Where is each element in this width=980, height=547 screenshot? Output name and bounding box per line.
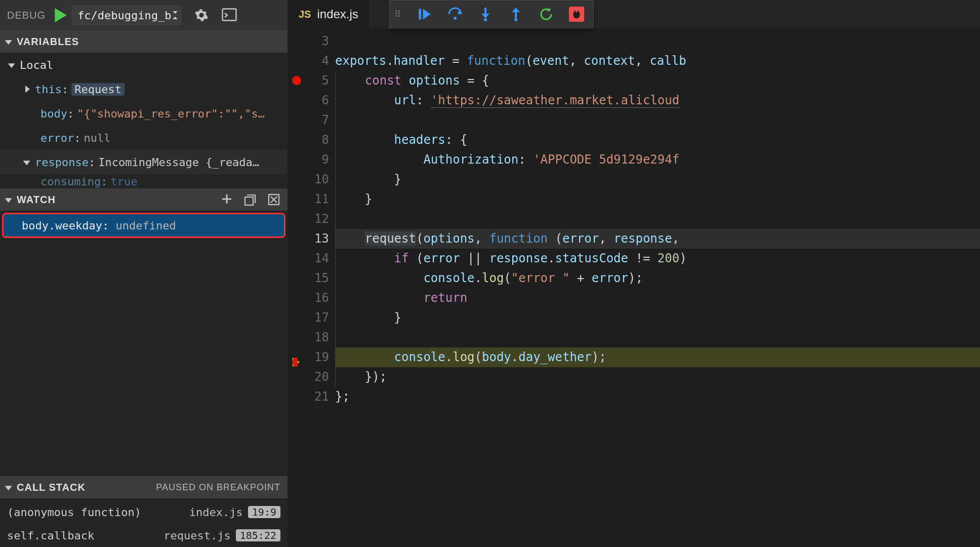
callstack-title: CALL STACK	[17, 482, 86, 493]
watch-item[interactable]: body.weekday: undefined	[2, 213, 285, 238]
step-over-icon[interactable]	[447, 7, 463, 22]
debug-title: DEBUG	[7, 10, 46, 21]
add-icon[interactable]	[221, 193, 234, 206]
variable-row[interactable]: body: "{"showapi_res_error":"","s…	[0, 101, 288, 126]
variable-row[interactable]: consuming: true	[0, 174, 288, 188]
svg-rect-11	[484, 8, 486, 15]
svg-rect-8	[419, 9, 421, 20]
svg-point-16	[514, 18, 517, 21]
chevron-down-icon	[5, 486, 12, 490]
chevron-right-icon	[25, 86, 30, 93]
svg-rect-4	[245, 197, 253, 205]
disconnect-icon[interactable]	[569, 7, 584, 22]
svg-marker-12	[481, 14, 489, 18]
watch-expression: body.weekday	[22, 219, 102, 232]
editor-tabbar: JS index.js ⠿	[288, 0, 980, 28]
svg-point-10	[454, 17, 457, 20]
variables-title: VARIABLES	[17, 36, 79, 48]
variable-row[interactable]: error: null	[0, 126, 288, 150]
continue-icon[interactable]	[417, 7, 432, 22]
svg-marker-0	[55, 8, 66, 22]
scope-label: Local	[20, 59, 53, 71]
debug-config-value: fc/debugging_b	[77, 9, 171, 22]
code-editor[interactable]: 3456789101112131415161718192021 exports.…	[288, 28, 980, 547]
watch-title: WATCH	[17, 194, 56, 206]
watch-value: undefined	[115, 219, 176, 232]
callstack-section-header[interactable]: CALL STACK PAUSED ON BREAKPOINT	[0, 476, 288, 498]
chevron-down-icon	[5, 198, 12, 203]
debug-toolbar[interactable]: ⠿	[389, 0, 594, 28]
js-file-icon: JS	[299, 9, 311, 20]
debug-header: DEBUG fc/debugging_b	[0, 0, 288, 30]
restart-icon[interactable]	[539, 7, 554, 22]
stack-frame[interactable]: self.callback request.js 185:22	[0, 524, 288, 547]
variables-section-header[interactable]: VARIABLES	[0, 30, 288, 53]
code-text[interactable]: exports.handler = function(event, contex…	[335, 28, 980, 547]
debug-config-dropdown[interactable]: fc/debugging_b	[72, 6, 181, 25]
gear-icon[interactable]	[194, 8, 209, 22]
chevron-down-icon	[5, 40, 12, 45]
callstack-list: (anonymous function) index.js 19:9 self.…	[0, 498, 288, 547]
debug-console-icon[interactable]	[222, 8, 236, 22]
sidebar-spacer	[0, 240, 288, 476]
stack-frame[interactable]: (anonymous function) index.js 19:9	[0, 500, 288, 524]
editor-tab-indexjs[interactable]: JS index.js	[288, 0, 370, 28]
paused-status: PAUSED ON BREAKPOINT	[156, 482, 280, 493]
svg-rect-1	[222, 9, 236, 21]
chevron-down-icon	[23, 161, 30, 165]
line-number-gutter: 3456789101112131415161718192021	[306, 28, 335, 547]
watch-list: body.weekday: undefined	[0, 211, 288, 240]
breakpoint-gutter[interactable]	[288, 28, 306, 547]
grip-icon[interactable]: ⠿	[394, 9, 402, 20]
clear-all-icon[interactable]	[267, 193, 280, 206]
step-out-icon[interactable]	[508, 7, 523, 22]
collapse-all-icon[interactable]	[244, 193, 257, 206]
variable-row[interactable]: this: Request	[0, 77, 288, 101]
svg-marker-9	[423, 9, 431, 20]
svg-rect-15	[515, 11, 517, 18]
debug-sidebar: DEBUG fc/debugging_b VARIABLES Local thi…	[0, 0, 288, 547]
editor-pane: JS index.js ⠿ 3456	[288, 0, 980, 547]
watch-section-header[interactable]: WATCH	[0, 188, 288, 211]
variables-tree: Local this: Request body: "{"showapi_res…	[0, 53, 288, 188]
variable-row[interactable]: response: IncomingMessage {_reada…	[0, 150, 288, 174]
play-icon[interactable]	[55, 8, 67, 22]
variables-scope-local[interactable]: Local	[0, 53, 288, 77]
tab-filename: index.js	[317, 7, 358, 21]
svg-point-13	[484, 18, 487, 21]
chevron-down-icon	[8, 63, 15, 68]
step-into-icon[interactable]	[478, 7, 493, 22]
